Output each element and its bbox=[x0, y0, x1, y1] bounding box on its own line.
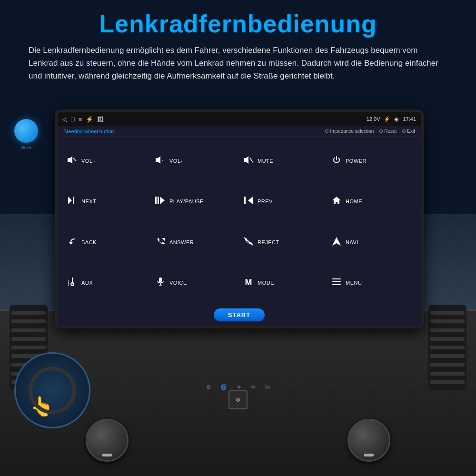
status-bar: ◁ □ ≡ ⚡ 🖼 12.0V ⚡ ◉ 17:41 bbox=[58, 112, 421, 126]
brand-label: alucia bbox=[10, 145, 43, 149]
home-label: HOME bbox=[346, 198, 362, 204]
svg-point-20 bbox=[71, 283, 74, 286]
blue-button[interactable] bbox=[14, 119, 38, 143]
mode-icon: M bbox=[243, 278, 254, 288]
vol-plus-label: VOL+ bbox=[81, 158, 96, 164]
knob-left[interactable] bbox=[86, 419, 129, 462]
svg-rect-26 bbox=[332, 281, 341, 282]
svg-marker-16 bbox=[162, 238, 165, 241]
home-cell[interactable]: HOME bbox=[327, 181, 415, 221]
prev-icon bbox=[243, 197, 254, 206]
time-display: 17:41 bbox=[403, 116, 416, 122]
button-grid: + VOL+ - VOL- bbox=[58, 137, 421, 307]
menu-cell[interactable]: MENU bbox=[327, 263, 415, 303]
impedance-icon bbox=[325, 129, 328, 133]
svg-marker-8 bbox=[68, 197, 72, 204]
steering-button-label[interactable]: Steering wheel button bbox=[63, 129, 114, 134]
svg-rect-27 bbox=[332, 284, 341, 285]
back-label: BACK bbox=[81, 239, 97, 245]
answer-icon bbox=[155, 237, 166, 248]
vent-right bbox=[428, 305, 466, 390]
reject-cell[interactable]: REJECT bbox=[239, 222, 327, 262]
nav-left: Steering wheel button bbox=[63, 129, 114, 134]
power-icon bbox=[331, 156, 342, 166]
voice-icon bbox=[155, 278, 166, 288]
play-pause-cell[interactable]: PLAY/PAUSE bbox=[151, 181, 239, 221]
play-pause-icon bbox=[155, 197, 166, 206]
voltage-display: 12.0V bbox=[367, 116, 380, 122]
vol-minus-icon: - bbox=[155, 156, 166, 166]
back-nav-icon[interactable]: ◁ bbox=[62, 116, 67, 123]
next-cell[interactable]: NEXT bbox=[63, 181, 151, 221]
vol-minus-cell[interactable]: - VOL- bbox=[151, 141, 239, 181]
back-cell[interactable]: BACK bbox=[63, 222, 151, 262]
answer-cell[interactable]: ANSWER bbox=[151, 222, 239, 262]
next-icon bbox=[67, 197, 78, 206]
vol-minus-label: VOL- bbox=[169, 158, 183, 164]
mute-cell[interactable]: MUTE bbox=[239, 141, 327, 181]
android-screen: ◁ □ ≡ ⚡ 🖼 12.0V ⚡ ◉ 17:41 Steering wheel… bbox=[58, 112, 421, 326]
svg-marker-15 bbox=[332, 197, 341, 204]
navi-label: NAVI bbox=[346, 239, 358, 245]
main-title: Lenkradfernbedienung bbox=[29, 10, 447, 38]
prev-cell[interactable]: PREV bbox=[239, 181, 327, 221]
start-button[interactable]: START bbox=[214, 308, 265, 321]
svg-rect-25 bbox=[332, 278, 341, 279]
exit-item[interactable]: Exit bbox=[402, 129, 415, 134]
svg-rect-10 bbox=[155, 197, 157, 204]
reject-label: REJECT bbox=[258, 239, 279, 245]
status-bar-left: ◁ □ ≡ ⚡ 🖼 bbox=[62, 116, 103, 123]
reset-item[interactable]: Reset bbox=[379, 129, 397, 134]
reset-icon bbox=[379, 129, 383, 133]
bluetooth-icon: ⚡ bbox=[384, 116, 390, 122]
impedance-item[interactable]: Impedance selection bbox=[325, 129, 374, 134]
next-label: NEXT bbox=[81, 198, 96, 204]
svg-marker-12 bbox=[160, 197, 165, 204]
description-text: Die Lenkradfernbedienung ermöglicht es d… bbox=[29, 44, 447, 83]
voice-cell[interactable]: VOICE bbox=[151, 263, 239, 303]
bt-icon: ⚡ bbox=[86, 116, 93, 123]
power-label: POWER bbox=[346, 158, 367, 164]
svg-rect-22 bbox=[159, 278, 162, 282]
home-icon bbox=[331, 196, 342, 207]
answer-label: ANSWER bbox=[169, 239, 194, 245]
menu-label: MENU bbox=[346, 280, 362, 286]
steering-hint-circle bbox=[14, 352, 90, 428]
exit-label: Exit bbox=[407, 129, 415, 134]
power-cell[interactable]: POWER bbox=[327, 141, 415, 181]
svg-rect-11 bbox=[158, 197, 159, 204]
svg-rect-13 bbox=[244, 197, 246, 204]
navi-cell[interactable]: NAVI bbox=[327, 222, 415, 262]
knob-right[interactable] bbox=[347, 419, 390, 462]
svg-marker-14 bbox=[248, 197, 253, 204]
navi-icon bbox=[331, 237, 342, 248]
prev-label: PREV bbox=[258, 198, 273, 204]
aux-icon bbox=[67, 278, 78, 288]
impedance-label: Impedance selection bbox=[330, 129, 374, 134]
screen-container: ◁ □ ≡ ⚡ 🖼 12.0V ⚡ ◉ 17:41 Steering wheel… bbox=[55, 109, 424, 328]
climate-row: ⚙🌀☀❄🌬 bbox=[206, 384, 270, 390]
svg-marker-18 bbox=[332, 237, 341, 246]
svg-text:+: + bbox=[74, 158, 76, 163]
reject-icon bbox=[243, 237, 254, 248]
steering-wheel-graphic bbox=[29, 367, 76, 414]
mute-label: MUTE bbox=[258, 158, 273, 164]
menu-icon bbox=[331, 278, 342, 287]
nav-bar: Steering wheel button Impedance selectio… bbox=[58, 126, 421, 137]
photo-icon: 🖼 bbox=[97, 116, 103, 123]
aux-cell[interactable]: AUX bbox=[63, 263, 151, 303]
svg-line-17 bbox=[244, 238, 253, 245]
play-pause-label: PLAY/PAUSE bbox=[169, 198, 204, 204]
menu-nav-icon[interactable]: ≡ bbox=[79, 116, 82, 123]
header-section: Lenkradfernbedienung Die Lenkradfernbedi… bbox=[0, 0, 476, 90]
start-button-container: START bbox=[58, 307, 421, 326]
mode-cell[interactable]: M MODE bbox=[239, 263, 327, 303]
mode-label: MODE bbox=[258, 280, 274, 286]
reset-label: Reset bbox=[384, 129, 397, 134]
vol-plus-cell[interactable]: + VOL+ bbox=[63, 141, 151, 181]
home-nav-icon[interactable]: □ bbox=[71, 116, 75, 123]
back-icon bbox=[67, 237, 78, 248]
vol-plus-icon: + bbox=[67, 156, 78, 166]
center-button[interactable]: ❄ bbox=[228, 390, 248, 409]
svg-text:-: - bbox=[162, 158, 163, 163]
